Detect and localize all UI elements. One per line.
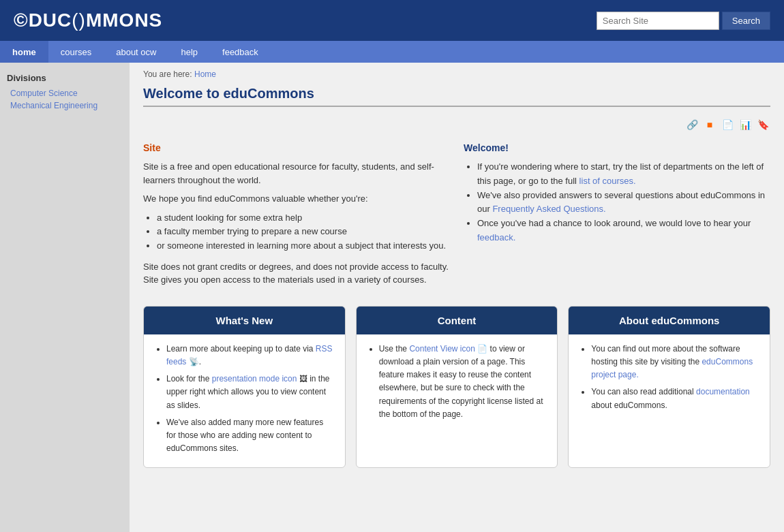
whats-new-header: What's New [144,307,345,334]
nav-feedback[interactable]: feedback [210,41,271,63]
about-card-body: You can find out more about the software… [569,334,770,424]
content-card-body: Use the Content View icon 📄 to view or d… [357,334,558,433]
list-item: You can also read additional documentati… [591,386,759,411]
sidebar-section-title: Divisions [7,73,123,83]
content-card-header: Content [357,307,558,334]
logo: ©DUC()MMONS [14,10,162,31]
project-page-link[interactable]: eduCommons project page. [591,357,753,379]
content-area: You are here: Home Welcome to eduCommons… [130,63,784,532]
content-view-link[interactable]: Content View icon [409,344,475,354]
whats-new-body: Learn more about keeping up to date via … [144,334,345,468]
list-item: a faculty member trying to prepare a new… [157,225,450,239]
about-list: You can find out more about the software… [579,343,759,412]
nav-home[interactable]: home [0,41,48,63]
list-item: We've also added many more new features … [166,416,335,456]
faq-link[interactable]: Frequently Asked Questions. [492,204,605,214]
sidebar-item-cs[interactable]: Computer Science [7,89,123,98]
presentation-icon[interactable]: 📊 [738,117,753,132]
whats-new-card: What's New Learn more about keeping up t… [143,306,346,469]
main-nav: home courses about ocw help feedback [0,41,784,63]
site-list: a student looking for some extra help a … [143,211,450,253]
breadcrumb: You are here: Home [143,69,770,79]
about-card-header: About eduCommons [569,307,770,334]
share-icon[interactable]: 🔗 [684,117,699,132]
bookmark-icon[interactable]: 🔖 [755,117,770,132]
content-columns: Site Site is a free and open educational… [143,142,770,292]
list-item: Look for the presentation mode icon 🖼 in… [166,373,335,412]
site-hope: We hope you find eduCommons valuable whe… [143,192,450,206]
presentation-mode-link[interactable]: presentation mode icon [212,374,297,384]
welcome-column: Welcome! If you're wondering where to st… [464,142,770,292]
nav-help[interactable]: help [168,41,210,63]
content-list: Use the Content View icon 📄 to view or d… [367,343,547,421]
sidebar-item-me[interactable]: Mechanical Engineering [7,101,123,110]
header: ©DUC()MMONS Search [0,0,784,41]
breadcrumb-home[interactable]: Home [194,69,216,79]
search-input[interactable] [597,12,719,30]
list-item: You can find out more about the software… [591,343,759,382]
feedback-link[interactable]: feedback. [477,232,515,242]
list-item: Use the Content View icon 📄 to view or d… [379,343,547,421]
nav-courses[interactable]: courses [48,41,104,63]
rss-icon[interactable]: ■ [702,117,717,132]
action-icons-bar: 🔗 ■ 📄 📊 🔖 [143,117,770,132]
about-card: About eduCommons You can find out more a… [568,306,770,469]
sidebar: Divisions Computer Science Mechanical En… [0,63,130,532]
main-layout: Divisions Computer Science Mechanical En… [0,63,784,532]
welcome-item-1: If you're wondering where to start, try … [477,160,770,189]
site-column-title: Site [143,142,450,153]
site-column: Site Site is a free and open educational… [143,142,450,292]
rss-feeds-link[interactable]: RSS feeds [166,344,333,366]
content-card: Content Use the Content View icon 📄 to v… [356,306,558,469]
site-intro: Site is a free and open educational reso… [143,160,450,187]
list-item: or someone interested in learning more a… [157,239,450,253]
site-footer: Site does not grant credits or degrees, … [143,260,450,287]
search-form: Search [597,12,770,30]
list-item: a student looking for some extra help [157,211,450,225]
search-button[interactable]: Search [722,12,770,30]
page-title: Welcome to eduCommons [143,86,770,107]
nav-about-ocw[interactable]: about ocw [104,41,168,63]
whats-new-list: Learn more about keeping up to date via … [154,343,335,456]
welcome-list: If you're wondering where to start, try … [464,160,770,245]
document-icon[interactable]: 📄 [720,117,735,132]
welcome-item-3: Once you've had a chance to look around,… [477,217,770,245]
documentation-link[interactable]: documentation [696,387,750,396]
welcome-item-2: We've also provided answers to several q… [477,189,770,217]
welcome-column-title: Welcome! [464,142,770,153]
cards-section: What's New Learn more about keeping up t… [143,306,770,469]
list-item: Learn more about keeping up to date via … [166,343,335,369]
breadcrumb-prefix: You are here: [143,69,192,79]
list-of-courses-link[interactable]: list of courses. [579,176,636,186]
